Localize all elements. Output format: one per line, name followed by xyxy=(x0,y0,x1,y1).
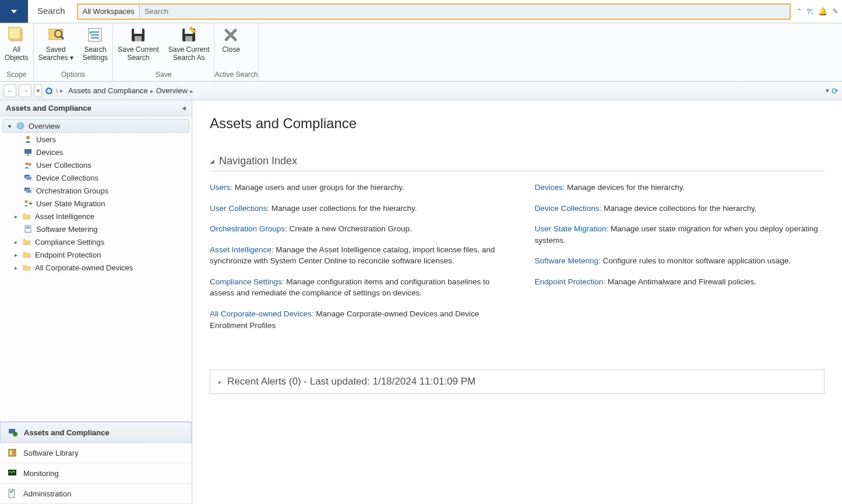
help-icon[interactable]: ?⃝ xyxy=(806,7,813,16)
nav-index-entry: Compliance Settings: Manage configuratio… xyxy=(210,276,500,299)
search-settings-icon xyxy=(86,26,104,44)
wunderbar-administration[interactable]: Administration xyxy=(0,484,192,504)
wunderbar-assets-and-compliance[interactable]: Assets and Compliance xyxy=(0,422,192,443)
tree-node-endpoint-protection[interactable]: ▸Endpoint Protection xyxy=(0,248,192,261)
save-current-search-button[interactable]: Save CurrentSearch xyxy=(113,23,164,69)
nav-index-link[interactable]: User State Migration: xyxy=(535,224,609,233)
svg-rect-21 xyxy=(24,149,31,154)
feedback-icon[interactable]: ✎ xyxy=(832,7,839,16)
ribbon-group-label: Options xyxy=(34,69,112,81)
close-search-icon xyxy=(221,26,240,44)
breadcrumb-root[interactable]: \ xyxy=(56,87,58,94)
saved-searches-button[interactable]: SavedSearches ▾ xyxy=(34,23,78,69)
navigation-index-header[interactable]: ◢ Navigation Index xyxy=(210,155,825,171)
breadcrumb-item[interactable]: Assets and Compliance xyxy=(66,86,150,95)
tree-node-users[interactable]: Users xyxy=(0,133,192,146)
page-title: Assets and Compliance xyxy=(210,115,825,132)
folder-icon xyxy=(22,250,31,259)
recent-alerts-panel[interactable]: ▸ Recent Alerts (0) - Last updated: 1/18… xyxy=(210,369,825,394)
search-box: All Workspaces xyxy=(77,3,791,20)
nav-index-link[interactable]: Devices: xyxy=(535,183,565,192)
tree-node-software-metering[interactable]: Software Metering xyxy=(0,223,192,235)
folder-icon xyxy=(22,237,31,246)
nav-index-entry: User Collections: Manage user collection… xyxy=(210,203,500,214)
tree-node-label: Orchestration Groups xyxy=(36,186,108,195)
tree-node-label: User State Migration xyxy=(36,199,105,208)
save-current-search-as-button[interactable]: Save CurrentSearch As xyxy=(164,23,214,69)
breadcrumb-dropdown-icon[interactable]: ▾ xyxy=(826,87,829,94)
all-objects-icon xyxy=(7,26,26,44)
tree-node-overview[interactable]: ▾Overview xyxy=(2,119,189,133)
tree-expander-icon[interactable]: ▸ xyxy=(13,239,19,245)
nav-index-link[interactable]: Orchestration Groups: xyxy=(210,224,287,233)
search-settings-button[interactable]: SearchSettings xyxy=(78,23,112,69)
nav-index-link[interactable]: All Corporate-owned Devices: xyxy=(210,309,314,318)
close-search-button[interactable]: Close xyxy=(214,23,247,69)
nav-index-link[interactable]: User Collections: xyxy=(210,204,269,213)
tree-expander-icon[interactable]: ▸ xyxy=(13,252,19,258)
svg-rect-1 xyxy=(9,27,20,39)
nav-index-link[interactable]: Users: xyxy=(210,183,232,192)
section-collapse-icon[interactable]: ◢ xyxy=(210,158,214,164)
tree-expander-icon[interactable]: ▸ xyxy=(13,213,19,220)
ribbon-collapse-icon[interactable]: ⌃ xyxy=(797,8,802,15)
nav-back-button[interactable]: ← xyxy=(3,84,16,97)
nav-index-desc: Manage users and user groups for the hie… xyxy=(232,183,404,192)
nav-index-desc: Manage user collections for the hierarch… xyxy=(269,204,417,213)
tree-node-device-collections[interactable]: Device Collections xyxy=(0,171,192,184)
tree-expander-icon[interactable]: ▸ xyxy=(13,265,19,271)
search-input[interactable] xyxy=(140,5,790,18)
saved-searches-icon xyxy=(47,26,65,44)
main-area: Assets and Compliance ◂ ▾OverviewUsersDe… xyxy=(0,100,842,504)
tree-node-orchestration-groups[interactable]: Orchestration Groups xyxy=(0,184,192,197)
nav-index-link[interactable]: Asset Intelligence: xyxy=(210,245,274,254)
svg-point-24 xyxy=(29,163,31,166)
nav-index-link[interactable]: Compliance Settings: xyxy=(210,277,284,286)
breadcrumb-sep: ▸ xyxy=(190,87,193,94)
tree-node-all-corporate-owned-devices[interactable]: ▸All Corporate-owned Devices xyxy=(0,261,192,274)
ribbon-group-label: Active Search xyxy=(214,69,258,81)
navigation-index-label: Navigation Index xyxy=(219,155,297,167)
app-menu-dropdown[interactable] xyxy=(0,0,28,23)
notification-bell-icon[interactable]: 🔔 xyxy=(818,7,827,16)
refresh-icon[interactable]: ⟳ xyxy=(832,86,839,96)
tree-node-label: Overview xyxy=(29,122,60,131)
nav-index-link[interactable]: Endpoint Protection: xyxy=(535,277,606,286)
tree-node-user-collections[interactable]: User Collections xyxy=(0,158,192,171)
breadcrumb-item[interactable]: Overview xyxy=(154,86,190,95)
save-current-search-as-label: Save CurrentSearch As xyxy=(168,45,210,62)
nav-index-link[interactable]: Software Metering: xyxy=(535,256,601,265)
svg-rect-10 xyxy=(134,29,142,34)
search-scope-label[interactable]: All Workspaces xyxy=(78,5,140,18)
nav-index-entry: Endpoint Protection: Manage Antimalware … xyxy=(535,276,825,288)
breadcrumb-bar: ← → ▾ \ ▸ Assets and Compliance▸Overview… xyxy=(0,82,842,100)
workspace-icon xyxy=(44,86,54,96)
folder-icon xyxy=(22,212,31,221)
wunderbar-software-library[interactable]: Software Library xyxy=(0,443,192,463)
wunderbar-monitoring[interactable]: Monitoring xyxy=(0,463,192,484)
saved-searches-label: SavedSearches ▾ xyxy=(38,45,73,62)
wunderbar: Assets and ComplianceSoftware LibraryMon… xyxy=(0,421,192,504)
tree-node-compliance-settings[interactable]: ▸Compliance Settings xyxy=(0,235,192,248)
ribbon-group-label: Scope xyxy=(0,69,33,81)
breadcrumb-sep: ▸ xyxy=(60,87,64,94)
svg-point-23 xyxy=(26,163,29,165)
nav-index-desc: Manage device collections for the hierar… xyxy=(601,204,756,213)
wunderbar-label: Administration xyxy=(23,489,71,498)
library-icon xyxy=(7,447,17,458)
svg-rect-38 xyxy=(9,489,15,498)
nav-tree: ▾OverviewUsersDevicesUser CollectionsDev… xyxy=(0,117,192,421)
tree-expander-icon[interactable]: ▾ xyxy=(6,123,12,129)
nav-pane-collapse-icon[interactable]: ◂ xyxy=(182,104,186,112)
wunderbar-label: Assets and Compliance xyxy=(24,428,110,437)
nav-index-link[interactable]: Device Collections: xyxy=(535,204,602,213)
ribbon-tab-search[interactable]: Search xyxy=(28,0,75,23)
alerts-expand-icon[interactable]: ▸ xyxy=(219,379,221,385)
tree-node-asset-intelligence[interactable]: ▸Asset Intelligence xyxy=(0,210,192,223)
tree-node-devices[interactable]: Devices xyxy=(0,146,192,158)
nav-forward-button[interactable]: → xyxy=(19,84,31,97)
tree-node-user-state-migration[interactable]: User State Migration xyxy=(0,197,192,210)
all-objects-button[interactable]: AllObjects xyxy=(0,23,33,69)
top-right-icons: ⌃ ?⃝ 🔔 ✎ xyxy=(793,0,842,23)
nav-history-dropdown[interactable]: ▾ xyxy=(34,84,42,97)
